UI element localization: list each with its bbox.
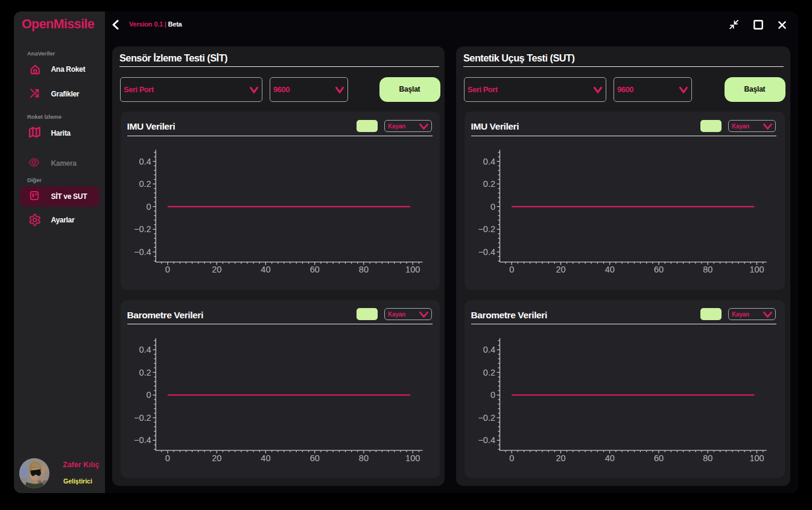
svg-text:0: 0 [147, 202, 151, 212]
svg-text:60: 60 [654, 265, 664, 274]
svg-text:100: 100 [749, 453, 764, 463]
svg-text:0.4: 0.4 [139, 157, 151, 166]
svg-text:0: 0 [490, 202, 495, 212]
svg-text:−0.2: −0.2 [134, 224, 151, 234]
svg-text:0.2: 0.2 [483, 368, 495, 377]
svg-text:0: 0 [509, 453, 514, 463]
svg-text:−0.4: −0.4 [478, 247, 495, 257]
svg-text:40: 40 [261, 265, 270, 274]
svg-text:20: 20 [556, 265, 565, 274]
svg-text:−0.4: −0.4 [134, 435, 151, 445]
svg-text:60: 60 [310, 265, 320, 274]
svg-text:40: 40 [261, 453, 270, 463]
svg-text:−0.2: −0.2 [478, 224, 495, 234]
svg-text:0: 0 [165, 265, 170, 274]
svg-text:0: 0 [509, 265, 514, 274]
svg-text:0.2: 0.2 [483, 179, 495, 189]
svg-text:80: 80 [703, 265, 712, 274]
svg-text:0.2: 0.2 [139, 368, 151, 377]
svg-text:40: 40 [605, 453, 615, 463]
svg-text:0.4: 0.4 [483, 157, 495, 166]
svg-text:−0.2: −0.2 [478, 413, 495, 423]
svg-text:80: 80 [703, 453, 712, 463]
svg-text:80: 80 [359, 265, 369, 274]
svg-text:0: 0 [147, 390, 151, 400]
svg-text:0.4: 0.4 [139, 345, 151, 354]
svg-text:80: 80 [359, 453, 369, 463]
svg-text:0: 0 [165, 453, 170, 463]
svg-text:20: 20 [212, 265, 221, 274]
svg-text:0.4: 0.4 [483, 345, 495, 354]
svg-text:40: 40 [605, 265, 615, 274]
svg-text:100: 100 [405, 453, 420, 463]
svg-text:60: 60 [654, 453, 664, 463]
svg-text:0.2: 0.2 [139, 179, 151, 189]
svg-text:100: 100 [749, 265, 764, 274]
svg-text:−0.4: −0.4 [134, 247, 151, 257]
svg-text:0: 0 [490, 390, 495, 400]
svg-text:100: 100 [405, 265, 420, 274]
svg-text:20: 20 [556, 453, 565, 463]
svg-text:20: 20 [212, 453, 221, 463]
svg-text:−0.4: −0.4 [478, 435, 495, 445]
svg-text:60: 60 [310, 453, 320, 463]
svg-text:−0.2: −0.2 [134, 413, 151, 423]
